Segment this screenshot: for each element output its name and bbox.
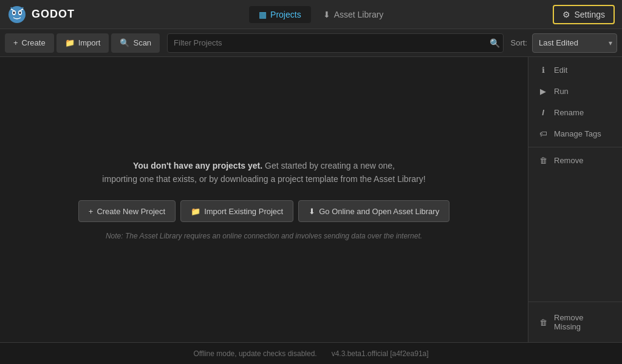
plus-icon: + [13, 38, 18, 47]
tab-projects[interactable]: ▦ Projects [249, 6, 311, 23]
go-online-download-icon: ⬇ [309, 207, 315, 216]
projects-panel: You don't have any projects yet. Get sta… [0, 57, 528, 342]
create-plus-icon: + [89, 207, 94, 216]
right-sidebar: ℹ Edit ▶ Run I Rename 🏷 Manage Tags 🗑 Re… [528, 57, 622, 342]
sidebar-remove-missing[interactable]: 🗑 Remove Missing [528, 307, 622, 337]
status-bar: Offline mode, update checks disabled. v4… [0, 342, 622, 364]
remove-missing-icon: 🗑 [538, 318, 548, 327]
create-button[interactable]: + Create [5, 33, 54, 53]
top-bar: GODOT ▦ Projects ⬇ Asset Library ⚙ Setti… [0, 0, 622, 29]
sort-area: Sort: Last Edited Name Path [511, 33, 617, 53]
filter-search-icon[interactable]: 🔍 [490, 38, 500, 48]
edit-info-icon: ℹ [538, 66, 548, 75]
empty-message-text: You don't have any projects yet. Get sta… [102, 159, 425, 186]
version-text: v4.3.beta1.official [a4f2ea91a] [332, 349, 429, 358]
import-existing-project-button[interactable]: 📁 Import Existing Project [180, 200, 293, 222]
sort-select-wrapper: Last Edited Name Path [532, 33, 617, 53]
projects-grid-icon: ▦ [259, 10, 267, 19]
sidebar-actions: ℹ Edit ▶ Run I Rename 🏷 Manage Tags 🗑 Re… [528, 57, 622, 302]
sidebar-manage-tags[interactable]: 🏷 Manage Tags [528, 123, 622, 144]
logo-area: GODOT [7, 5, 75, 24]
sort-label: Sort: [511, 38, 527, 47]
filter-input[interactable] [167, 33, 503, 53]
offline-status-text: Offline mode, update checks disabled. [193, 349, 316, 358]
scan-search-icon: 🔍 [120, 38, 129, 47]
empty-message: You don't have any projects yet. Get sta… [102, 159, 425, 186]
svg-point-3 [13, 12, 15, 14]
sidebar-rename[interactable]: I Rename [528, 102, 622, 123]
sidebar-remove[interactable]: 🗑 Remove [528, 150, 622, 171]
main-layout: You don't have any projects yet. Get sta… [0, 57, 622, 342]
sort-select[interactable]: Last Edited Name Path [532, 33, 617, 53]
rename-icon: I [538, 108, 548, 117]
scan-button[interactable]: 🔍 Scan [111, 33, 160, 53]
app-title: GODOT [32, 8, 75, 21]
import-folder-icon: 📁 [191, 207, 200, 216]
tags-icon: 🏷 [538, 129, 548, 138]
godot-logo-icon [7, 5, 27, 24]
sidebar-run[interactable]: ▶ Run [528, 81, 622, 102]
action-buttons: + Create New Project 📁 Import Existing P… [78, 200, 449, 222]
download-icon: ⬇ [323, 10, 330, 19]
folder-icon: 📁 [65, 38, 75, 47]
filter-area: 🔍 [167, 33, 503, 53]
sidebar-divider [528, 147, 622, 147]
run-play-icon: ▶ [538, 87, 548, 96]
remove-trash-icon: 🗑 [538, 156, 548, 165]
toolbar: + Create 📁 Import 🔍 Scan 🔍 Sort: Last Ed… [0, 29, 622, 57]
create-new-project-button[interactable]: + Create New Project [78, 200, 176, 222]
sidebar-bottom: 🗑 Remove Missing [528, 302, 622, 342]
sidebar-edit[interactable]: ℹ Edit [528, 59, 622, 81]
import-button[interactable]: 📁 Import [56, 33, 109, 53]
go-online-button[interactable]: ⬇ Go Online and Open Asset Library [298, 200, 449, 222]
settings-button[interactable]: ⚙ Settings [553, 5, 615, 24]
tab-asset-library[interactable]: ⬇ Asset Library [313, 6, 394, 23]
settings-gear-icon: ⚙ [562, 10, 570, 19]
nav-tabs: ▦ Projects ⬇ Asset Library [89, 6, 553, 23]
asset-library-note: Note: The Asset Library requires an onli… [106, 232, 422, 240]
svg-point-4 [19, 12, 21, 14]
